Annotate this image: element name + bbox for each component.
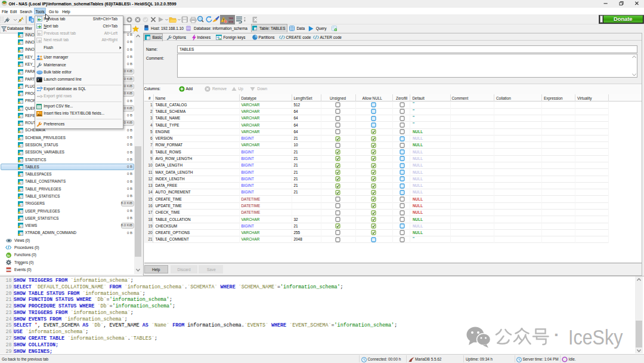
svg-text:019: 019: [229, 20, 234, 23]
svg-text:160: 160: [229, 17, 234, 20]
